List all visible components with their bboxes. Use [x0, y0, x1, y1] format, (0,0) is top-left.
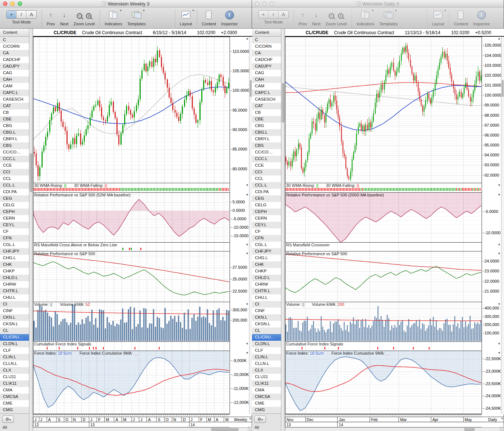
templates-icon[interactable]: ▾ — [132, 10, 142, 21]
sidebar-item-cag[interactable]: CAG — [252, 70, 281, 76]
sidebar-header[interactable]: Content — [252, 29, 281, 37]
pane-menu-caret-icon[interactable]: ▾ — [498, 251, 500, 255]
pane-menu-caret-icon[interactable]: ▾ — [246, 342, 248, 345]
zoom-out-icon[interactable]: − — [329, 13, 334, 19]
pane-menu-caret-icon[interactable]: ▾ — [498, 193, 500, 196]
sidebar-item-chfjpy[interactable]: CHFJPY — [252, 248, 281, 255]
sidebar-item-cinf[interactable]: CINF — [0, 308, 29, 314]
sidebar-item-chkp[interactable]: CHKP — [252, 268, 281, 275]
layout-group[interactable]: ▾ Layout — [180, 10, 192, 26]
sidebar-item-clinl[interactable]: CLIN.L — [0, 354, 29, 361]
sidebar-item-cbe[interactable]: CBE — [0, 116, 29, 123]
sidebar-item-cbs[interactable]: CBS — [0, 142, 29, 149]
sidebar-item-cbe[interactable]: CBE — [252, 116, 281, 123]
inspector-icon[interactable]: i — [477, 11, 486, 19]
sidebar-item-ccll[interactable]: CCL.L — [0, 182, 29, 189]
sidebar-item-chldl[interactable]: CHLD.L — [0, 275, 29, 281]
sidebar-item-cah[interactable]: CAH — [0, 76, 29, 83]
sidebar-item-cbryl[interactable]: CBRY.L — [0, 136, 29, 142]
sidebar-item-cme[interactable]: CME — [0, 400, 29, 407]
titlebar[interactable]: Weinstein Daily 3 — [252, 0, 504, 7]
chart-horizontal-scrollbar-thumb[interactable] — [211, 428, 239, 431]
indicators-icon[interactable]: ▾ — [360, 10, 371, 21]
templates-group[interactable]: ▾ Templates — [379, 10, 397, 26]
sidebar-item-chkp[interactable]: CHKP — [0, 268, 29, 275]
pane-menu-caret-icon[interactable]: ▾ — [246, 37, 248, 41]
sidebar-item-clx[interactable]: CLX — [252, 367, 281, 374]
content-icon[interactable] — [204, 10, 214, 21]
sidebar-item-cern[interactable]: CERN — [252, 215, 281, 222]
next-icon[interactable]: ↓ — [315, 10, 318, 20]
sidebar-item-ccl[interactable]: CCL — [252, 175, 281, 182]
gear-button[interactable]: ⚙▾ — [254, 416, 266, 423]
text-tool-button[interactable]: A — [278, 11, 288, 18]
pane-menu-caret-icon[interactable]: ▾ — [246, 243, 248, 246]
sidebar-item-chtrl[interactable]: CHTR.L — [252, 288, 281, 294]
sidebar-item-cmg[interactable]: CMG — [252, 407, 281, 413]
sidebar-item-ccco[interactable]: CC/CO… — [252, 149, 281, 156]
sidebar-item-cgll[interactable]: CGL.L — [252, 242, 281, 248]
sidebar-item-chrw[interactable]: CHRW — [0, 281, 29, 288]
content-icon[interactable] — [456, 10, 466, 21]
sidebar-item-c[interactable]: C — [252, 37, 281, 43]
sidebar-item-cdipa[interactable]: CDI.PA — [0, 189, 29, 195]
sidebar-item-clf[interactable]: CLF — [0, 347, 29, 354]
sidebar-item-chfjpy[interactable]: CHFJPY — [0, 248, 29, 255]
layout-icon[interactable]: ▾ — [181, 10, 191, 21]
zoom-level-group[interactable]: − + Zoom Level — [73, 10, 94, 26]
sidebar-item-ceyl[interactable]: CEY.L — [252, 222, 281, 228]
sidebar-item-ceph[interactable]: CEPH — [252, 209, 281, 215]
pane-menu-caret-icon[interactable]: ▾ — [498, 37, 500, 41]
sidebar-item-ccorn[interactable]: C/CORN — [252, 43, 281, 50]
sidebar-item-chgl[interactable]: CHG.L — [252, 255, 281, 261]
sidebar-item-cbs[interactable]: CBS — [252, 142, 281, 149]
sidebar-scope-label[interactable]: All — [3, 425, 7, 430]
next-icon[interactable]: ↓ — [63, 10, 66, 20]
pane-menu-caret-icon[interactable]: ▾ — [246, 183, 248, 187]
sidebar-item-ceg[interactable]: CEG — [0, 195, 29, 202]
prev-icon[interactable]: ↑ — [302, 10, 305, 20]
zoom-out-icon[interactable]: − — [77, 13, 82, 19]
period-selector[interactable]: Weekly ▾ — [230, 417, 252, 422]
titlebar[interactable]: Weinstein Weekly 3 — [0, 0, 252, 7]
sidebar-item-ccco[interactable]: CC/CO… — [0, 149, 29, 156]
sidebar-item-clk11[interactable]: CL\K11 — [0, 380, 29, 387]
sidebar-item-cce[interactable]: CCE — [252, 162, 281, 169]
sidebar-item-celg[interactable]: CELG — [252, 202, 281, 209]
sidebar-item-clcru[interactable]: CL/CRU… — [252, 334, 281, 341]
inspector-icon[interactable]: i — [225, 11, 234, 19]
pane-menu-caret-icon[interactable]: ▾ — [498, 302, 500, 306]
sidebar-item-cksnl[interactable]: CKSN.L — [252, 321, 281, 327]
chart-vertical-scrollbar[interactable] — [249, 37, 252, 414]
sidebar-item-cllnl[interactable]: CLLN.L — [252, 361, 281, 367]
sidebar-item-cat[interactable]: CAT — [0, 103, 29, 109]
resize-grip[interactable] — [500, 427, 504, 431]
templates-icon[interactable]: ▾ — [384, 10, 394, 21]
sidebar-item-ccll[interactable]: CCL.L — [252, 182, 281, 189]
line-tool-button[interactable]: / — [269, 11, 278, 18]
templates-group[interactable]: ▾ Templates — [127, 10, 145, 26]
next-group[interactable]: ↓ Next — [312, 10, 321, 26]
sidebar-item-cb[interactable]: CB — [0, 109, 29, 116]
sidebar-item-cadjpy[interactable]: CADJPY — [252, 63, 281, 70]
sidebar-item-cknl[interactable]: CKN.L — [0, 314, 29, 321]
zoom-button[interactable] — [270, 1, 274, 6]
chart-horizontal-scrollbar[interactable] — [285, 427, 504, 431]
inspector-group[interactable]: i Inspector — [221, 10, 238, 26]
line-tool-button[interactable]: / — [17, 11, 26, 18]
close-button[interactable] — [3, 1, 7, 6]
sidebar-item-cccl[interactable]: CCC.L — [0, 156, 29, 162]
sidebar-item-celg[interactable]: CELG — [0, 202, 29, 209]
sidebar-item-cfn[interactable]: CFN — [252, 235, 281, 242]
pane-menu-caret-icon[interactable]: ▾ — [498, 243, 500, 246]
pane-menu-caret-icon[interactable]: ▾ — [246, 351, 248, 355]
chart-horizontal-scrollbar-thumb[interactable] — [464, 428, 475, 431]
sidebar-item-cmg[interactable]: CMG — [0, 407, 29, 413]
indicators-icon[interactable]: ▾ — [108, 10, 119, 21]
sidebar-item-clk11[interactable]: CL\K11 — [252, 380, 281, 387]
layout-group[interactable]: ▾ Layout — [432, 10, 444, 26]
sidebar-item-cah[interactable]: CAH — [252, 76, 281, 83]
sidebar-item-cgll[interactable]: CGL.L — [0, 242, 29, 248]
sidebar-item-cmcsa[interactable]: CMCSA — [252, 394, 281, 400]
sidebar-item-clf[interactable]: CLF — [252, 347, 281, 354]
